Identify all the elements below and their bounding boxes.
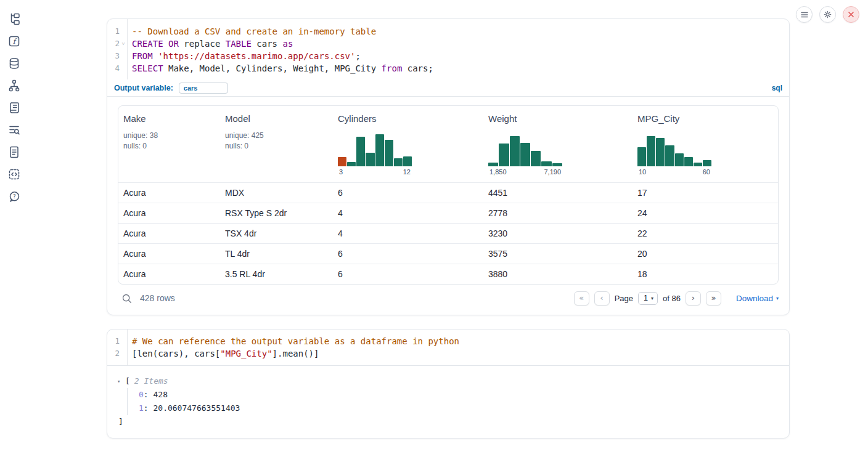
sidebar-file-tree-button[interactable] bbox=[7, 12, 21, 26]
output-tree-items: 0: 4281: 20.060747663551403 bbox=[127, 388, 779, 415]
sidebar-documentation-button[interactable] bbox=[7, 145, 21, 159]
document-icon bbox=[8, 146, 20, 158]
histogram-bar[interactable] bbox=[488, 163, 498, 166]
line-gutter: 1 bbox=[107, 25, 127, 38]
table-column-header[interactable]: Modelunique: 425nulls: 0 bbox=[225, 106, 338, 182]
line-number: 1 bbox=[111, 335, 120, 347]
histogram-bar[interactable] bbox=[520, 143, 530, 166]
axis-min-label: 10 bbox=[639, 168, 646, 176]
settings-button[interactable] bbox=[819, 6, 836, 23]
table-row[interactable]: AcuraTL 4dr6357520 bbox=[118, 243, 778, 264]
page-select[interactable]: 1 ▾ bbox=[638, 292, 658, 305]
histogram-bar[interactable] bbox=[385, 140, 393, 166]
table-row[interactable]: AcuraMDX6445117 bbox=[118, 182, 778, 203]
code-line: 1-- Download a CSV and create an in-memo… bbox=[107, 25, 789, 38]
last-page-button[interactable]: » bbox=[706, 291, 721, 305]
fold-chevron-icon[interactable]: ˅ bbox=[120, 38, 127, 50]
sidebar-dependency-graph-button[interactable] bbox=[7, 79, 21, 92]
histogram-bar[interactable] bbox=[366, 153, 374, 166]
close-icon bbox=[847, 10, 855, 18]
sql-code-editor[interactable]: 1-- Download a CSV and create an in-memo… bbox=[107, 19, 789, 79]
python-cell: 1# We can reference the output variable … bbox=[107, 329, 790, 439]
code-line: 2˅CREATE OR replace TABLE cars as bbox=[107, 38, 789, 50]
histogram-bar[interactable] bbox=[684, 157, 693, 166]
next-page-button[interactable]: › bbox=[686, 291, 701, 305]
histogram-bar[interactable] bbox=[694, 163, 702, 166]
histogram-bar[interactable] bbox=[637, 147, 646, 166]
menu-button[interactable] bbox=[796, 6, 813, 23]
axis-max-label: 60 bbox=[703, 168, 710, 176]
search-icon[interactable] bbox=[121, 293, 132, 304]
histogram-bar[interactable] bbox=[675, 153, 684, 166]
table-row[interactable]: AcuraRSX Type S 2dr4277824 bbox=[118, 203, 778, 223]
histogram-bar[interactable] bbox=[394, 158, 403, 166]
histogram-bar[interactable] bbox=[552, 163, 562, 166]
item-separator: : bbox=[144, 403, 154, 413]
close-button[interactable] bbox=[843, 6, 859, 23]
page-of-label: of 86 bbox=[663, 294, 681, 303]
code-line-text: CREATE OR replace TABLE cars as bbox=[127, 38, 293, 50]
code-snippets-icon bbox=[8, 168, 20, 180]
table-cell: 24 bbox=[637, 208, 778, 218]
sidebar-snippets-button[interactable] bbox=[7, 168, 21, 181]
code-line-text: # We can reference the output variable a… bbox=[127, 335, 459, 347]
histogram-bars bbox=[338, 134, 412, 166]
column-histogram: 1060 bbox=[637, 134, 711, 176]
table-column-header[interactable]: Makeunique: 38nulls: 0 bbox=[123, 106, 225, 182]
download-button[interactable]: Download ▾ bbox=[736, 294, 779, 303]
output-variable-input[interactable] bbox=[179, 83, 228, 94]
histogram-bar[interactable] bbox=[347, 162, 356, 166]
column-stat: unique: 425 bbox=[225, 131, 338, 141]
download-label: Download bbox=[736, 294, 773, 303]
prev-page-button[interactable]: ‹ bbox=[594, 291, 610, 305]
database-icon bbox=[8, 57, 20, 70]
item-key: 0 bbox=[139, 390, 144, 399]
table-column-header[interactable]: Weight1,8507,190 bbox=[488, 106, 637, 182]
line-number: 1 bbox=[111, 25, 120, 38]
line-gutter: 2 bbox=[107, 347, 127, 360]
histogram-bar[interactable] bbox=[356, 137, 365, 166]
histogram-bar[interactable] bbox=[703, 160, 711, 166]
histogram-bar[interactable] bbox=[403, 156, 412, 166]
sidebar-scratchpad-button[interactable] bbox=[7, 101, 21, 115]
histogram-bar[interactable] bbox=[510, 136, 520, 166]
python-code-editor[interactable]: 1# We can reference the output variable … bbox=[107, 330, 789, 366]
column-title: MPG_City bbox=[637, 113, 778, 124]
table-row[interactable]: Acura3.5 RL 4dr6388018 bbox=[118, 264, 778, 284]
table-row[interactable]: AcuraTSX 4dr4323022 bbox=[118, 223, 778, 243]
code-line: 1# We can reference the output variable … bbox=[107, 335, 789, 347]
column-stats: unique: 38nulls: 0 bbox=[123, 131, 225, 152]
table-cell: 18 bbox=[637, 269, 778, 279]
histogram-bar[interactable] bbox=[338, 157, 346, 166]
sidebar-functions-button[interactable]: f bbox=[7, 34, 21, 48]
histogram-bar[interactable] bbox=[541, 161, 551, 166]
page-label: Page bbox=[615, 294, 633, 303]
table-column-header[interactable]: MPG_City1060 bbox=[637, 106, 778, 182]
first-page-button[interactable]: « bbox=[574, 291, 589, 305]
line-number: 3 bbox=[111, 50, 120, 62]
table-cell: TL 4dr bbox=[225, 249, 338, 259]
histogram-bar[interactable] bbox=[647, 136, 655, 166]
histogram-bar[interactable] bbox=[375, 134, 384, 166]
sidebar-datasources-button[interactable] bbox=[7, 57, 21, 70]
table-cell: MDX bbox=[225, 188, 338, 198]
sidebar-logs-button[interactable] bbox=[7, 123, 21, 137]
output-tree-root: ▾ [ 2 Items bbox=[117, 374, 779, 388]
column-stat: unique: 38 bbox=[123, 131, 225, 141]
close-bracket: ] bbox=[118, 415, 779, 429]
histogram-bar[interactable] bbox=[531, 151, 541, 166]
line-gutter: 2˅ bbox=[107, 38, 127, 50]
chevron-down-icon[interactable]: ▾ bbox=[117, 374, 125, 388]
histogram-bar[interactable] bbox=[656, 138, 665, 166]
histogram-axis-labels: 1060 bbox=[637, 168, 711, 176]
line-number: 4 bbox=[111, 62, 120, 75]
item-separator: : bbox=[144, 390, 154, 399]
table-cell: Acura bbox=[123, 188, 225, 198]
output-variable-label: Output variable: bbox=[114, 84, 173, 92]
item-key: 1 bbox=[139, 403, 144, 413]
sidebar-help-button[interactable]: ? bbox=[7, 190, 21, 203]
table-column-header[interactable]: Cylinders312 bbox=[338, 106, 488, 182]
scratchpad-icon bbox=[8, 102, 20, 114]
histogram-bar[interactable] bbox=[499, 144, 509, 166]
histogram-bar[interactable] bbox=[665, 145, 674, 166]
